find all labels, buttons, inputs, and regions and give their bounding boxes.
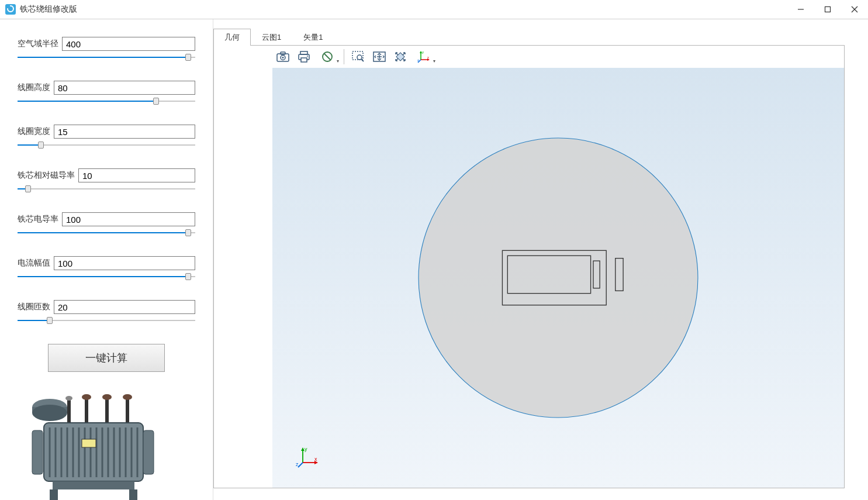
- param-label-2: 线圈宽度: [18, 126, 54, 137]
- param-input-5[interactable]: [54, 256, 195, 270]
- svg-rect-16: [44, 423, 143, 481]
- param-input-0[interactable]: [62, 37, 195, 51]
- param-slider-5[interactable]: [18, 272, 195, 281]
- close-button[interactable]: [841, 0, 868, 19]
- svg-rect-2: [825, 7, 831, 12]
- svg-text:y: y: [305, 446, 307, 452]
- svg-point-43: [282, 57, 284, 58]
- transformer-image: [18, 387, 195, 500]
- svg-rect-39: [129, 489, 137, 500]
- app-icon: [5, 4, 16, 15]
- svg-rect-14: [126, 398, 129, 423]
- svg-point-51: [357, 55, 362, 60]
- param-label-1: 线圈高度: [18, 82, 54, 93]
- geometry-canvas[interactable]: y x z: [272, 68, 844, 488]
- svg-rect-10: [85, 398, 88, 423]
- param-slider-2[interactable]: [18, 140, 195, 150]
- param-input-3[interactable]: [78, 168, 195, 182]
- compute-button[interactable]: 一键计算: [48, 344, 165, 372]
- view-panel: 几何云图1矢量1 ▾: [213, 19, 868, 500]
- param-slider-3[interactable]: [18, 184, 195, 194]
- svg-line-49: [324, 54, 331, 60]
- svg-text:y: y: [422, 50, 424, 54]
- param-input-1[interactable]: [54, 81, 195, 95]
- svg-text:x: x: [314, 456, 317, 462]
- print-icon[interactable]: [293, 47, 314, 66]
- svg-rect-38: [50, 489, 58, 500]
- tab-1[interactable]: 云图1: [251, 29, 292, 46]
- param-slider-0[interactable]: [18, 53, 195, 62]
- camera-icon[interactable]: [272, 47, 293, 66]
- svg-rect-35: [32, 430, 43, 474]
- svg-rect-8: [67, 399, 71, 423]
- parameters-panel: 空气域半径 线圈高度 线圈宽度 铁芯相对磁导率: [0, 19, 213, 500]
- param-label-0: 空气域半径: [18, 39, 62, 49]
- svg-text:z: z: [417, 58, 419, 62]
- svg-rect-41: [281, 52, 285, 54]
- svg-text:z: z: [296, 461, 299, 467]
- param-slider-1[interactable]: [18, 96, 195, 106]
- param-label-6: 线圈匝数: [18, 302, 54, 312]
- param-input-6[interactable]: [54, 300, 195, 314]
- svg-point-13: [102, 394, 112, 400]
- tab-2[interactable]: 矢量1: [292, 29, 334, 46]
- svg-rect-36: [82, 439, 96, 447]
- titlebar: 铁芯绕组修改版: [0, 0, 868, 19]
- param-label-5: 电流幅值: [18, 258, 54, 268]
- svg-rect-34: [143, 430, 154, 474]
- zoom-select-icon[interactable]: [348, 47, 369, 66]
- param-label-3: 铁芯相对磁导率: [18, 170, 78, 181]
- svg-rect-46: [301, 58, 307, 62]
- svg-point-15: [123, 394, 132, 400]
- svg-point-63: [419, 138, 698, 418]
- svg-rect-37: [53, 481, 134, 489]
- svg-rect-12: [105, 398, 109, 423]
- view-container: ▾ y x: [213, 45, 845, 488]
- svg-point-47: [307, 56, 308, 57]
- svg-point-7: [32, 405, 67, 421]
- svg-line-74: [298, 463, 303, 467]
- param-label-4: 铁芯电导率: [18, 214, 62, 225]
- param-input-4[interactable]: [62, 212, 195, 226]
- param-slider-6[interactable]: [18, 316, 195, 325]
- no-entry-icon[interactable]: ▾: [314, 47, 340, 66]
- svg-point-11: [82, 394, 91, 400]
- view-tabs: 几何云图1矢量1: [213, 28, 845, 45]
- svg-point-9: [65, 396, 72, 401]
- tab-0[interactable]: 几何: [213, 29, 251, 46]
- axes-dropdown-icon[interactable]: y x z ▾: [411, 47, 437, 66]
- minimize-button[interactable]: [787, 0, 814, 19]
- param-slider-4[interactable]: [18, 228, 195, 237]
- view-toolbar: ▾ y x: [214, 46, 844, 68]
- svg-text:x: x: [427, 56, 429, 59]
- axis-triad-icon: y x z: [296, 445, 319, 470]
- maximize-button[interactable]: [814, 0, 841, 19]
- fit-view-icon[interactable]: [390, 47, 411, 66]
- param-input-2[interactable]: [54, 125, 195, 139]
- window-title: 铁芯绕组修改版: [20, 4, 77, 15]
- zoom-extents-icon[interactable]: [369, 47, 390, 66]
